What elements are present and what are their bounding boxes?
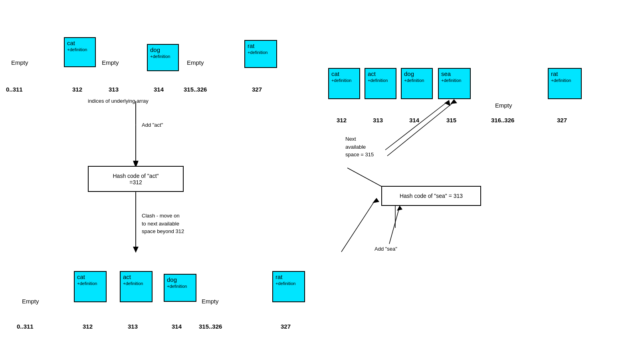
svg-line-5 [387, 102, 454, 156]
top-rat-box: rat +definition [244, 40, 277, 68]
right-sea-word: sea [441, 70, 451, 77]
bot-act-def: +definition [123, 281, 143, 286]
top-rat-word: rat [248, 42, 255, 49]
bot-empty-1: Empty [22, 298, 39, 305]
bot-index-1: 0..311 [17, 323, 34, 330]
bot-index-cat: 312 [83, 323, 93, 330]
top-index-3: 315..326 [184, 86, 207, 93]
bot-cat-word: cat [77, 273, 85, 280]
top-cat-def: +definition [67, 47, 87, 52]
svg-marker-19 [133, 247, 139, 253]
bot-rat-box: rat +definition [272, 271, 305, 302]
svg-marker-4 [133, 247, 138, 253]
top-index-dog: 314 [154, 86, 164, 93]
bot-index-2: 315..326 [199, 323, 222, 330]
right-sea-def: +definition [441, 78, 461, 83]
top-index-rat: 327 [252, 86, 262, 93]
bot-index-dog: 314 [172, 323, 182, 330]
right-rat-box: rat +definition [548, 68, 582, 99]
top-rat-def: +definition [248, 50, 268, 55]
top-cat-box: cat +definition [64, 37, 96, 67]
bot-act-word: act [123, 273, 131, 280]
top-empty-3: Empty [187, 59, 204, 66]
right-empty: Empty [495, 102, 512, 109]
right-index-dog: 314 [409, 117, 419, 124]
svg-marker-6 [450, 99, 457, 104]
bot-index-rat: 327 [281, 323, 291, 330]
bot-cat-box: cat +definition [74, 271, 107, 302]
right-cat-def: +definition [331, 78, 351, 83]
top-empty-2: Empty [102, 59, 119, 66]
top-cat-word: cat [67, 40, 75, 46]
svg-line-9 [341, 200, 375, 252]
right-act-word: act [368, 70, 376, 77]
clash-label: Clash - move onto next availablespace be… [142, 212, 184, 235]
top-empty-1: Empty [11, 59, 28, 66]
hash-act-box: Hash code of "act"=312 [88, 166, 184, 192]
top-index-1: 0..311 [6, 86, 23, 93]
right-index-sea: 315 [446, 117, 456, 124]
svg-marker-10 [373, 198, 379, 203]
bot-index-act: 313 [128, 323, 138, 330]
svg-marker-17 [133, 161, 139, 166]
right-rat-def: +definition [551, 78, 571, 83]
right-index-act: 313 [373, 117, 383, 124]
bot-dog-box: dog +definition [164, 274, 196, 302]
add-sea-label: Add "sea" [375, 246, 397, 252]
right-dog-box: dog +definition [401, 68, 433, 99]
bot-rat-def: +definition [275, 281, 295, 286]
right-cat-word: cat [331, 70, 339, 77]
bot-dog-def: +definition [167, 284, 187, 289]
next-available-label: Nextavailablespace = 315 [345, 135, 374, 159]
top-index-cat: 312 [72, 86, 82, 93]
right-dog-word: dog [404, 70, 414, 77]
svg-marker-14 [397, 205, 402, 211]
add-act-label: Add "act" [142, 122, 163, 128]
right-rat-word: rat [551, 70, 558, 77]
bot-cat-def: +definition [77, 281, 97, 286]
svg-line-11 [385, 102, 447, 150]
svg-marker-12 [444, 100, 450, 106]
top-dog-def: +definition [150, 54, 170, 59]
bot-act-box: act +definition [120, 271, 153, 302]
right-sea-box: sea +definition [438, 68, 471, 99]
array-caption: indices of underlying array [88, 98, 149, 104]
bot-dog-word: dog [167, 276, 177, 283]
bot-empty-2: Empty [202, 298, 219, 305]
top-dog-word: dog [150, 46, 160, 53]
top-index-2: 313 [109, 86, 119, 93]
right-cat-box: cat +definition [328, 68, 360, 99]
right-index-empty: 316..326 [491, 117, 514, 124]
bot-rat-word: rat [275, 273, 283, 280]
right-index-rat: 327 [557, 117, 567, 124]
right-index-cat: 312 [337, 117, 347, 124]
right-dog-def: +definition [404, 78, 424, 83]
right-act-def: +definition [368, 78, 388, 83]
svg-line-13 [389, 208, 399, 244]
right-act-box: act +definition [365, 68, 396, 99]
hash-sea-box: Hash code of "sea" = 313 [381, 186, 481, 206]
top-dog-box: dog +definition [147, 44, 179, 71]
